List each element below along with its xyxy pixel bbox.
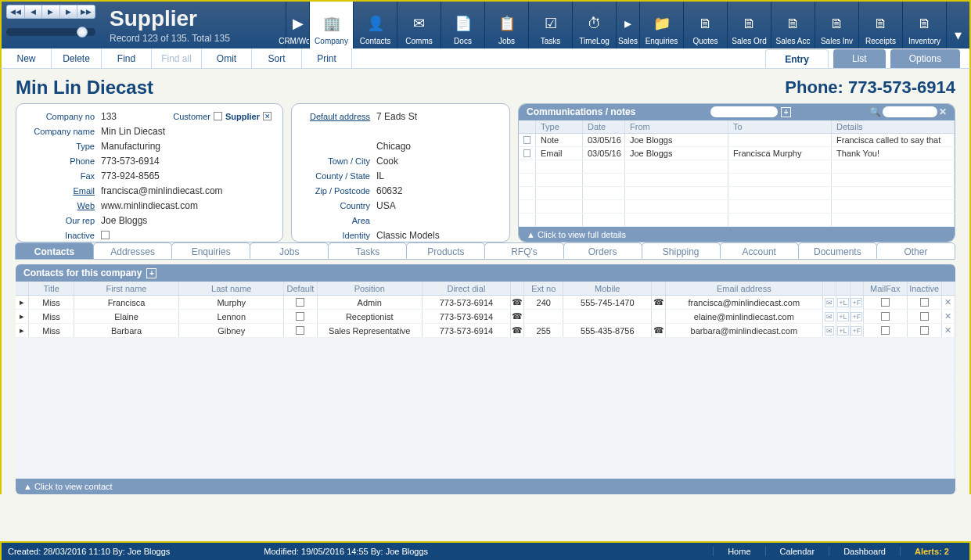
- label-icon[interactable]: +L: [837, 326, 848, 336]
- nav-item-comms[interactable]: ✉Comms: [397, 2, 441, 48]
- dtab-other[interactable]: Other: [876, 242, 955, 260]
- expand-icon[interactable]: ▸: [16, 296, 29, 309]
- nav-item-receipts[interactable]: 🗎Receipts: [858, 2, 902, 48]
- tab-options[interactable]: Options: [890, 49, 960, 68]
- comm-row[interactable]: Note03/05/16 Joe Bloggs Francisca called…: [519, 134, 955, 147]
- nav-item-salesacc[interactable]: 🗎Sales Acc: [771, 2, 815, 48]
- nav-item-docs[interactable]: 📄Docs: [441, 2, 484, 48]
- comms-filter-input[interactable]: [710, 106, 778, 117]
- checkbox-customer[interactable]: [214, 112, 222, 120]
- dtab-shipping[interactable]: Shipping: [642, 242, 721, 260]
- contact-row[interactable]: ▸ MissBarbaraGibney Sales Representative…: [16, 324, 955, 338]
- field-company-name[interactable]: Min Lin Diecast: [101, 126, 275, 137]
- checkbox-mailfax[interactable]: [881, 298, 890, 307]
- col-details[interactable]: Details: [832, 120, 955, 133]
- field-email[interactable]: francisca@minlindiecast.com: [101, 185, 275, 196]
- nav-item-inventory[interactable]: 🗎Inventory: [902, 2, 946, 48]
- field-type[interactable]: Manufacturing: [101, 141, 275, 152]
- checkbox-inactive[interactable]: [101, 231, 110, 239]
- mail-icon[interactable]: ✉: [825, 326, 834, 336]
- nav-item-salesord[interactable]: 🗎Sales Ord: [727, 2, 771, 48]
- phone-icon[interactable]: ☎: [511, 296, 524, 309]
- checkbox-default[interactable]: [296, 312, 304, 321]
- fax-icon[interactable]: +F: [851, 298, 862, 307]
- dtab-account[interactable]: Account: [720, 242, 799, 260]
- nav-item-enquiries[interactable]: 📁Enquiries: [639, 2, 683, 48]
- col-ext[interactable]: Ext no: [524, 282, 563, 295]
- nav-item-salesinv[interactable]: 🗎Sales Inv: [815, 2, 858, 48]
- col-title[interactable]: Title: [29, 282, 74, 295]
- nav-item-sales[interactable]: ▸Sales: [616, 2, 639, 48]
- col-from[interactable]: From: [625, 120, 728, 133]
- label-icon[interactable]: +L: [837, 312, 848, 321]
- col-lastname[interactable]: Last name: [179, 282, 284, 295]
- omit-button[interactable]: Omit: [202, 48, 252, 68]
- dtab-rfqs[interactable]: RFQ's: [484, 242, 563, 260]
- expand-icon[interactable]: ▸: [16, 324, 29, 337]
- col-email[interactable]: Email address: [666, 282, 823, 295]
- fax-icon[interactable]: +F: [851, 326, 862, 336]
- nav-dashboard[interactable]: Dashboard: [829, 547, 900, 556]
- label-default-address[interactable]: Default address: [300, 112, 376, 121]
- dtab-contacts[interactable]: Contacts: [15, 242, 94, 260]
- nav-item-jobs[interactable]: 📋Jobs: [484, 2, 528, 48]
- delete-button[interactable]: Delete: [52, 48, 102, 68]
- col-default[interactable]: Default: [284, 282, 317, 295]
- col-type[interactable]: Type: [536, 120, 583, 133]
- phone-icon[interactable]: ☎: [511, 324, 524, 337]
- nav-item-tasks[interactable]: ☑Tasks: [528, 2, 572, 48]
- rec-next-button[interactable]: ▶: [42, 5, 60, 18]
- nav-item-quotes[interactable]: 🗎Quotes: [683, 2, 727, 48]
- dtab-jobs[interactable]: Jobs: [250, 242, 329, 260]
- rec-prev-button[interactable]: ◀: [25, 5, 43, 18]
- col-date[interactable]: Date: [583, 120, 625, 133]
- phone-icon[interactable]: ☎: [652, 296, 665, 309]
- mail-icon[interactable]: ✉: [825, 312, 834, 321]
- tab-list[interactable]: List: [833, 49, 886, 68]
- col-directdial[interactable]: Direct dial: [423, 282, 511, 295]
- col-inactive[interactable]: Inactive: [908, 282, 942, 295]
- expand-icon[interactable]: ▸: [16, 310, 29, 323]
- checkbox-mailfax[interactable]: [881, 326, 890, 335]
- dtab-enquiries[interactable]: Enquiries: [171, 242, 250, 260]
- nav-item-company[interactable]: 🏢Company: [309, 2, 353, 48]
- phone-icon[interactable]: ☎: [652, 324, 665, 337]
- contact-row[interactable]: ▸ MissFranciscaMurphy Admin773-573-6914 …: [16, 296, 955, 310]
- field-rep[interactable]: Joe Bloggs: [101, 215, 275, 226]
- checkbox-row-inactive[interactable]: [920, 312, 929, 321]
- field-state[interactable]: IL: [376, 171, 502, 181]
- comms-search-input[interactable]: [883, 106, 937, 117]
- nav-home[interactable]: Home: [713, 547, 764, 556]
- add-comm-button[interactable]: +: [781, 107, 791, 117]
- print-button[interactable]: Print: [302, 48, 352, 68]
- rec-last-button[interactable]: ▶▶: [77, 5, 95, 18]
- rec-next2-button[interactable]: ▶: [60, 5, 78, 18]
- dtab-tasks[interactable]: Tasks: [328, 242, 407, 260]
- col-to[interactable]: To: [728, 120, 832, 133]
- sort-button[interactable]: Sort: [252, 48, 302, 68]
- checkbox-row-inactive[interactable]: [920, 326, 929, 335]
- checkbox-default[interactable]: [296, 298, 304, 307]
- field-phone[interactable]: 773-573-6914: [101, 156, 275, 167]
- contact-row[interactable]: ▸ MissElaineLennon Receptionist773-573-6…: [16, 310, 955, 324]
- phone-icon[interactable]: ☎: [511, 310, 524, 323]
- comm-row[interactable]: Email03/05/16 Joe BloggsFrancisca Murphy…: [519, 147, 955, 160]
- label-icon[interactable]: +L: [837, 298, 848, 307]
- field-web[interactable]: www.minlindiecast.com: [101, 200, 275, 211]
- nav-item-contacts[interactable]: 👤Contacts: [353, 2, 397, 48]
- checkbox-supplier[interactable]: [263, 112, 272, 120]
- field-zip[interactable]: 60632: [376, 185, 502, 196]
- field-address-line1[interactable]: 7 Eads St: [376, 111, 502, 122]
- new-button[interactable]: New: [2, 48, 52, 68]
- col-firstname[interactable]: First name: [74, 282, 179, 295]
- delete-row-icon[interactable]: ✕: [942, 296, 955, 309]
- clear-search-icon[interactable]: ✕: [939, 106, 947, 117]
- field-county[interactable]: Cook: [376, 156, 502, 167]
- fax-icon[interactable]: +F: [851, 312, 862, 321]
- dtab-addresses[interactable]: Addresses: [93, 242, 172, 260]
- comms-footer[interactable]: ▲ Click to view full details: [519, 227, 955, 242]
- dtab-documents[interactable]: Documents: [798, 242, 877, 260]
- checkbox-row-inactive[interactable]: [920, 298, 929, 307]
- add-contact-button[interactable]: +: [146, 268, 156, 278]
- rec-first-button[interactable]: ◀◀: [7, 5, 25, 18]
